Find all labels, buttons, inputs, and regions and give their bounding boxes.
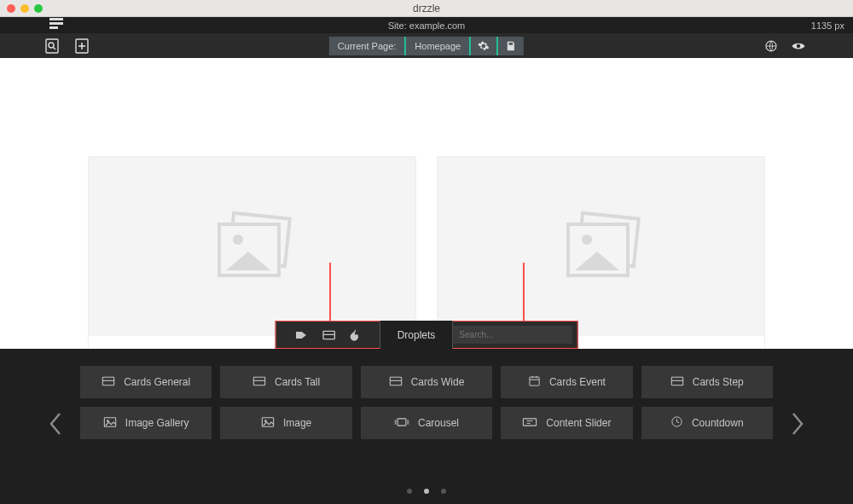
droplets-tabs: Droplets [276,321,578,349]
save-button[interactable] [496,37,524,55]
droplets-carousel: Cards GeneralCards TallCards WideCards E… [80,366,773,439]
page-settings-button[interactable] [469,37,496,55]
svg-point-25 [264,420,267,422]
pager-dot[interactable] [441,489,446,494]
current-page-label: Current Page: [338,41,396,51]
calendar-icon [528,374,541,390]
globe-icon[interactable] [763,38,779,54]
current-page-value: Homepage [415,41,461,51]
droplets-search-input[interactable] [452,326,572,344]
pager-dot[interactable] [407,489,412,494]
editor-canvas[interactable]: Card Title Droplets [0,58,853,504]
svg-rect-28 [407,420,409,425]
droplet-tile[interactable]: Carousel [361,407,492,439]
current-page-label-seg: Current Page: [329,37,404,55]
site-bar: Site: example.com 1135 px [0,17,853,33]
svg-rect-20 [671,377,682,385]
droplets-panel: Droplets Cards GeneralCards TallCards Wi… [0,349,853,504]
droplet-tile-label: Image [283,417,311,429]
viewport-width: 1135 px [811,20,844,31]
svg-rect-29 [524,418,537,425]
droplet-tile-label: Image Gallery [125,417,189,429]
droplet-tile-label: Cards General [124,376,190,388]
window-title: drzzle [0,3,853,14]
zoom-dot[interactable] [34,4,43,13]
site-label: Site: example.com [388,20,465,31]
save-icon [505,40,517,52]
droplet-tile-label: Cards Tall [275,376,320,388]
gear-icon [478,40,490,52]
droplet-tile[interactable]: Cards General [80,366,212,398]
svg-rect-26 [397,418,406,425]
main-toolbar: Current Page: Homepage [0,33,853,58]
card-icon [670,375,684,390]
add-page-icon[interactable] [74,38,90,54]
traffic-lights [7,4,43,13]
droplet-tile-label: Cards Event [549,376,606,388]
svg-rect-12 [253,377,264,385]
preview-icon[interactable] [791,38,806,54]
minimize-dot[interactable] [20,4,29,13]
svg-point-7 [797,43,801,48]
pager-dot[interactable] [424,489,429,494]
svg-rect-14 [390,377,401,385]
svg-rect-27 [395,420,397,425]
card-image-placeholder [438,157,764,336]
droplets-search-group [452,321,577,349]
tag-icon[interactable] [295,329,309,341]
slider-icon [522,417,537,430]
droplet-tile[interactable]: Content Slider [501,407,632,439]
svg-rect-0 [46,39,58,53]
droplet-tile[interactable]: Cards Tall [220,366,351,398]
close-dot[interactable] [7,4,15,13]
card-filter-icon[interactable] [322,329,336,341]
card-image-placeholder [89,157,415,336]
droplet-tile[interactable]: Cards Step [641,366,773,398]
search-page-icon[interactable] [45,38,61,54]
image-icon [103,416,117,431]
clock-icon [670,415,683,431]
droplets-tab[interactable]: Droplets [380,321,453,349]
droplet-tile[interactable]: Image [220,407,351,439]
carousel-prev[interactable] [48,411,63,437]
droplet-tile-label: Cards Wide [411,376,465,388]
window-titlebar: drzzle [0,0,853,17]
current-page-value-seg[interactable]: Homepage [404,37,469,55]
svg-rect-16 [530,377,539,385]
droplets-filter-group [276,321,380,349]
card-icon [389,375,403,390]
droplet-tile-label: Countdown [692,417,744,429]
svg-line-2 [53,47,55,49]
droplet-tile[interactable]: Cards Event [501,366,632,398]
carousel-pager [0,489,853,494]
droplet-tile-label: Content Slider [546,417,611,429]
carousel-icon [394,417,409,430]
svg-point-23 [107,420,109,422]
card-icon [252,375,266,390]
droplet-tile[interactable]: Countdown [641,407,773,439]
flame-icon[interactable] [350,328,362,342]
carousel-next[interactable] [790,411,805,437]
svg-rect-10 [103,377,114,385]
droplet-tile-label: Cards Step [693,376,744,388]
droplet-tile[interactable]: Cards Wide [361,366,492,398]
droplet-tile-label: Carousel [418,417,459,429]
droplets-tab-label: Droplets [397,329,436,341]
image-icon [261,416,275,431]
pages-icon[interactable] [49,18,63,30]
droplet-tile[interactable]: Image Gallery [80,407,212,439]
card-icon [102,375,115,390]
